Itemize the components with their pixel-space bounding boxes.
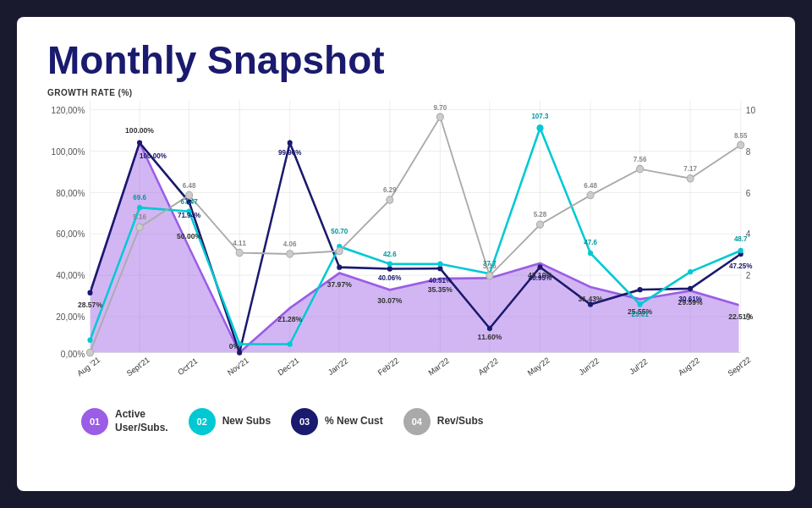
svg-text:80,00%: 80,00% [56,188,85,197]
page-title: Monthly Snapshot [47,41,765,80]
legend-circle-new-subs: 02 [189,408,216,435]
svg-text:22.51%: 22.51% [728,312,753,321]
active-user-area [90,143,740,353]
new-subs-dot [87,337,92,342]
svg-text:67.47: 67.47 [180,197,198,206]
svg-text:120,00%: 120,00% [52,106,85,115]
svg-text:Jul'22: Jul'22 [628,357,650,377]
legend-item-new-subs: 02 New Subs [189,408,271,435]
svg-text:Oct'21: Oct'21 [176,356,199,377]
rev-subs-dot [536,221,543,229]
svg-text:71.94%: 71.94% [178,211,201,219]
rev-subs-dot [287,251,294,258]
pct-dot [487,326,492,331]
svg-text:6: 6 [746,188,751,197]
svg-text:40.95%: 40.95% [529,273,552,282]
legend-label-new-subs: New Subs [222,415,271,428]
legend-item-rev-subs: 04 Rev/Subs [403,408,484,435]
svg-text:37.97%: 37.97% [327,280,352,289]
new-subs-dot [437,262,442,267]
chart-svg: 120,00% 100,00% 80,00% 60,00% 40,00% 20,… [47,101,765,389]
svg-text:Jun'22: Jun'22 [578,356,601,377]
svg-text:60,00%: 60,00% [56,229,85,239]
legend-circle-pct-new-cust: 03 [291,408,318,435]
svg-text:6.48: 6.48 [183,181,196,190]
svg-text:40.06%: 40.06% [378,273,402,282]
svg-text:11.60%: 11.60% [477,332,502,340]
legend-item-pct-new-cust: 03 % New Cust [291,408,383,435]
svg-text:21.28%: 21.28% [277,315,302,323]
pct-dot [337,264,342,269]
new-subs-dot [536,124,543,132]
svg-text:31.43%: 31.43% [579,295,603,303]
svg-text:107.3: 107.3 [531,112,549,120]
rev-subs-dot [486,273,493,280]
svg-text:35.35%: 35.35% [428,285,453,294]
new-subs-dot [288,341,293,346]
svg-text:2: 2 [746,271,751,280]
rev-subs-dot [236,249,243,257]
legend-label-active-user: ActiveUser/Subs. [115,408,168,434]
svg-text:100,00%: 100,00% [52,147,85,157]
svg-text:4.11: 4.11 [233,239,246,247]
svg-text:5.28: 5.28 [534,210,547,218]
svg-text:6.48: 6.48 [584,181,597,190]
rev-subs-dot [336,247,343,255]
svg-text:40.51%: 40.51% [429,275,453,284]
svg-text:7.17: 7.17 [683,164,697,173]
svg-text:23.01: 23.01 [632,310,650,318]
pct-dot [288,141,293,146]
svg-text:Nov'21: Nov'21 [226,356,250,377]
new-subs-dot [738,248,743,253]
svg-text:100.00%: 100.00% [140,152,167,160]
chart-legend: 01 ActiveUser/Subs. 02 New Subs 03 % New… [47,408,765,435]
svg-text:3.16: 3.16 [483,261,497,269]
new-subs-dot [387,262,392,267]
svg-text:8.55: 8.55 [734,130,748,139]
pct-dot [137,140,142,145]
svg-text:Feb'22: Feb'22 [376,356,400,378]
svg-text:20,00%: 20,00% [56,312,85,322]
svg-text:7.56: 7.56 [634,155,647,163]
svg-text:Dec'21: Dec'21 [277,356,300,377]
legend-circle-rev-subs: 04 [403,408,431,435]
svg-text:May'22: May'22 [526,356,551,378]
new-subs-dot [588,251,593,256]
legend-label-pct-new-cust: % New Cust [325,415,383,428]
svg-text:10: 10 [746,106,755,115]
rev-subs-dot [587,191,594,199]
svg-text:69.6: 69.6 [133,193,146,202]
svg-text:Aug'22: Aug'22 [677,356,701,377]
legend-item-active-user: 01 ActiveUser/Subs. [81,408,168,435]
svg-text:Apr'22: Apr'22 [477,356,500,377]
svg-text:Sept'21: Sept'21 [125,356,151,378]
rev-subs-dot [86,349,93,356]
slide: Monthly Snapshot GROWTH RATE (%) 120,00%… [17,17,795,491]
rev-subs-dot [637,165,644,173]
chart-svg-element: 120,00% 100,00% 80,00% 60,00% 40,00% 20,… [47,101,765,389]
rev-subs-dot [687,175,694,183]
svg-text:30.61%: 30.61% [678,295,702,303]
pct-dot [537,264,542,269]
svg-text:50.70: 50.70 [331,227,348,235]
svg-text:4.06: 4.06 [283,240,297,248]
svg-text:50.00%: 50.00% [177,231,201,240]
new-subs-dot [137,205,142,210]
legend-label-rev-subs: Rev/Subs [437,415,484,428]
rev-subs-dot [387,196,393,204]
svg-text:0%: 0% [229,342,240,351]
svg-text:8: 8 [746,147,751,157]
svg-text:5.16: 5.16 [133,213,146,221]
svg-text:6.29: 6.29 [383,185,397,194]
svg-text:30.07%: 30.07% [377,296,402,305]
svg-text:42.6: 42.6 [383,250,397,258]
svg-text:0,00%: 0,00% [61,350,85,359]
svg-text:9.70: 9.70 [434,102,447,111]
svg-text:47.25%: 47.25% [729,261,753,269]
rev-subs-dot [436,113,443,121]
svg-text:28.57%: 28.57% [78,301,102,309]
rev-subs-dot [738,141,744,149]
pct-dot [87,290,92,295]
svg-text:48.7: 48.7 [734,235,748,243]
svg-text:Mar'22: Mar'22 [427,356,451,378]
